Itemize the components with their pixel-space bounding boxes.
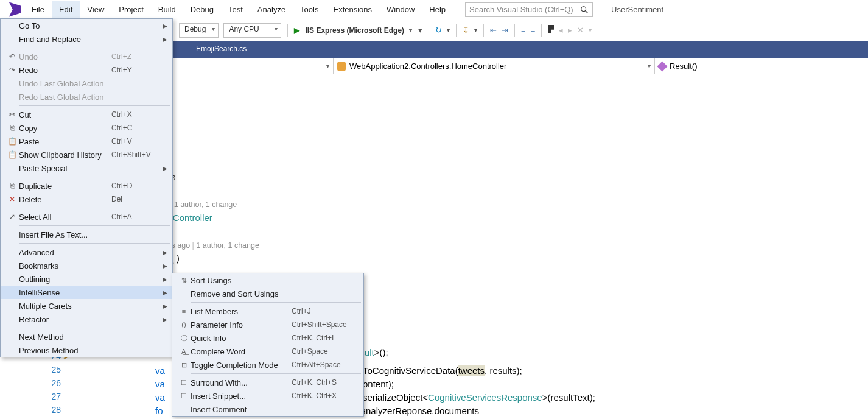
edit-menu-select-all[interactable]: ⤢Select AllCtrl+A [1,210,172,224]
intellisense-insert-comment[interactable]: Insert Comment [172,403,363,416]
configuration-dropdown[interactable]: Debug [179,23,219,38]
menu-edit[interactable]: Edit [52,1,80,18]
intellisense-parameter-info[interactable]: ()Parameter InfoCtrl+Shift+Space [172,318,363,331]
edit-menu: Go To▶Find and Replace▶↶UndoCtrl+Z↷RedoC… [0,18,173,357]
edit-menu-next-method[interactable]: Next Method [1,330,172,343]
svg-point-0 [581,6,586,11]
intellisense-list-members[interactable]: ≡List MembersCtrl+J [172,305,363,318]
edit-menu-previous-method[interactable]: Previous Method [1,343,172,357]
toolbar-separator [514,24,515,37]
indent-right-icon[interactable]: ⇥ [502,26,508,35]
intellisense-surround-with-[interactable]: ☐Surround With...Ctrl+K, Ctrl+S [172,376,363,389]
edit-menu-undo-last-global-action: Undo Last Global Action [1,77,172,90]
menu-analyze[interactable]: Analyze [250,1,293,18]
platform-dropdown[interactable]: Any CPU [223,23,281,38]
next-bookmark-icon[interactable]: ▸ [568,26,572,35]
svg-line-1 [586,10,588,13]
intellisense-remove-and-sort-usings[interactable]: Remove and Sort Usings [172,287,363,300]
toolbar-separator [483,24,484,37]
search-input[interactable]: Search Visual Studio (Ctrl+Q) [465,2,593,17]
edit-menu-cut[interactable]: ✂CutCtrl+X [1,108,172,121]
search-icon [580,5,589,14]
search-placeholder: Search Visual Studio (Ctrl+Q) [469,5,580,14]
edit-menu-multiple-carets[interactable]: Multiple Carets▶ [1,299,172,312]
class-icon [337,62,346,71]
line-numbers: 2425262728 [37,350,61,417]
edit-menu-duplicate[interactable]: ⎘DuplicateCtrl+D [1,179,172,192]
bookmark-icon[interactable] [548,25,554,35]
username[interactable]: UserSentiment [611,5,663,14]
prev-bookmark-icon[interactable]: ◂ [559,26,563,35]
menu-help[interactable]: Help [422,1,453,18]
visual-studio-logo-icon [6,2,21,17]
toolbar-separator [456,24,457,37]
menu-project[interactable]: Project [111,1,150,18]
comment-icon[interactable]: ≡ [521,26,526,35]
menu-build[interactable]: Build [151,1,183,18]
start-debug-button[interactable]: IIS Express (Microsoft Edge) [294,25,413,36]
edit-menu-undo: ↶UndoCtrl+Z [1,50,172,63]
menu-test[interactable]: Test [221,1,250,18]
edit-menu-paste-special[interactable]: Paste Special▶ [1,161,172,175]
intellisense-sort-usings[interactable]: ⇅Sort Usings [172,273,363,287]
menu-view[interactable]: View [80,1,111,18]
toolbar-separator [429,24,429,37]
step-icon[interactable]: ↧ [463,26,469,35]
intellisense-toggle-completion-mode[interactable]: ⊞Toggle Completion ModeCtrl+Alt+Space [172,358,363,371]
uncomment-icon[interactable]: ≡ [531,26,536,35]
edit-menu-redo[interactable]: ↷RedoCtrl+Y [1,63,172,77]
indent-left-icon[interactable]: ⇤ [490,26,497,35]
edit-menu-redo-last-global-action: Redo Last Global Action [1,90,172,104]
toolbar-separator [541,24,542,37]
menu-debug[interactable]: Debug [183,1,221,18]
tab-emojisearch[interactable]: EmojiSearch.cs [186,41,256,58]
edit-menu-copy[interactable]: ⎘CopyCtrl+C [1,121,172,135]
edit-menu-delete[interactable]: ✕DeleteDel [1,192,172,206]
edit-menu-find-and-replace[interactable]: Find and Replace▶ [1,32,172,46]
menu-file[interactable]: File [24,1,52,18]
menu-window[interactable]: Window [379,1,422,18]
edit-menu-insert-file-as-text-[interactable]: Insert File As Text... [1,228,172,241]
edit-menu-bookmarks[interactable]: Bookmarks▶ [1,259,172,272]
edit-menu-intellisense[interactable]: IntelliSense▶ [1,286,172,299]
edit-menu-show-clipboard-history[interactable]: 📋Show Clipboard HistoryCtrl+Shift+V [1,148,172,161]
intellisense-submenu: ⇅Sort UsingsRemove and Sort Usings≡List … [172,273,364,417]
edit-menu-paste[interactable]: 📋PasteCtrl+V [1,135,172,148]
clear-bookmark-icon[interactable]: ✕ [577,26,584,35]
menu-extensions[interactable]: Extensions [326,1,379,18]
edit-menu-refactor[interactable]: Refactor▶ [1,312,172,326]
toolbar-separator [287,24,288,37]
intellisense-quick-info[interactable]: ⓘQuick InfoCtrl+K, Ctrl+I [172,331,363,345]
edit-menu-go-to[interactable]: Go To▶ [1,19,172,32]
method-icon [657,61,668,71]
intellisense-complete-word[interactable]: A͟Complete WordCtrl+Space [172,345,363,358]
menu-tools[interactable]: Tools [293,1,326,18]
refresh-icon[interactable]: ↻ [435,26,442,35]
class-dropdown[interactable]: WebApplication2.Controllers.HomeControll… [334,58,655,74]
menubar: FileEditViewProjectBuildDebugTestAnalyze… [0,0,868,19]
edit-menu-outlining[interactable]: Outlining▶ [1,272,172,286]
edit-menu-advanced[interactable]: Advanced▶ [1,245,172,259]
intellisense-insert-snippet-[interactable]: ☐Insert Snippet...Ctrl+K, Ctrl+X [172,389,363,403]
member-dropdown[interactable]: Result() [655,58,868,74]
